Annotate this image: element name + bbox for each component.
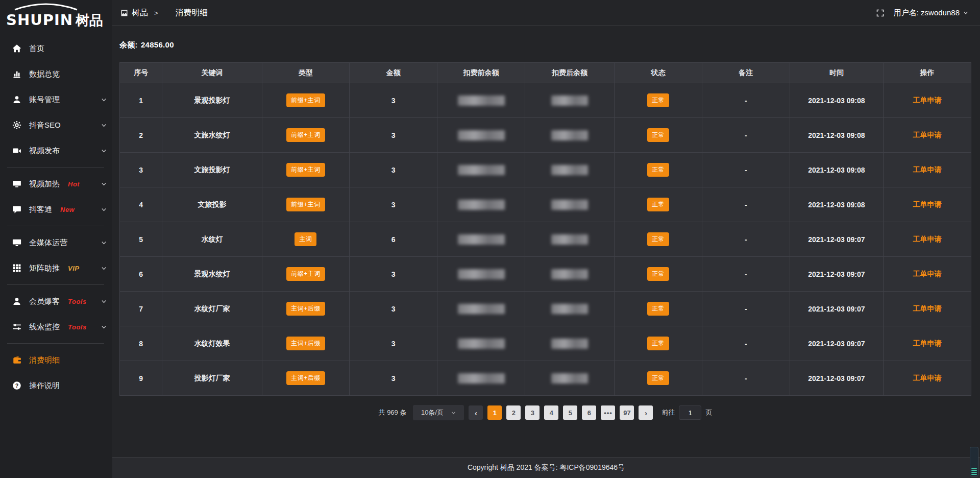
page-button-6[interactable]: 6 [582, 405, 596, 420]
sidebar-item-screen-5[interactable]: 视频加热 Hot [0, 171, 112, 197]
cell-remark: - [702, 326, 790, 361]
cell-time: 2021-12-03 09:07 [790, 326, 883, 361]
cell-balance-before [437, 153, 525, 187]
status-badge: 正常 [647, 337, 669, 350]
cell-balance-before [437, 326, 525, 361]
column-header: 操作 [884, 63, 971, 83]
column-header: 时间 [790, 63, 883, 83]
table-row: 4 文旅投影 前缀+主词 3 正常 - 2021-12-03 09:08 工单申… [120, 187, 971, 222]
status-badge: 正常 [647, 93, 669, 107]
logo-text-en: SHUPIN [6, 13, 73, 28]
cell-time: 2021-12-03 09:08 [790, 153, 883, 187]
grid-icon [12, 264, 21, 273]
breadcrumb-app[interactable]: 树品 [120, 8, 148, 18]
work-order-link[interactable]: 工单申请 [913, 270, 942, 278]
copyright-text: Copyright 树品 2021 备案号: 粤ICP备09019646号 [468, 463, 625, 472]
cell-status: 正常 [615, 292, 702, 326]
cell-type: 主词 [262, 222, 350, 257]
cell-amount: 3 [350, 153, 437, 187]
cell-status: 正常 [615, 222, 702, 257]
cell-balance-before [437, 361, 525, 396]
cell-type: 前缀+主词 [262, 118, 350, 153]
page-ellipsis-button[interactable]: ••• [601, 405, 615, 420]
page-button-4[interactable]: 4 [544, 405, 558, 420]
cell-time: 2021-12-03 09:07 [790, 292, 883, 326]
goto-suffix: 页 [705, 408, 712, 417]
table-row: 6 景观水纹灯 前缀+主词 3 正常 - 2021-12-03 09:07 工单… [120, 257, 971, 292]
sidebar-item-user-9[interactable]: 会员爆客 Tools [0, 289, 112, 314]
page-button-1[interactable]: 1 [487, 405, 502, 420]
total-count: 共 969 条 [379, 408, 407, 417]
cell-action: 工单申请 [884, 292, 971, 326]
sidebar-item-question-12[interactable]: ? 操作说明 [0, 373, 112, 398]
cell-balance-after [525, 257, 614, 292]
breadcrumb-current[interactable]: 消费明细 [164, 8, 208, 18]
table-header-row: 序号关键词类型金额扣费前余额扣费后余额状态备注时间操作 [120, 63, 971, 83]
page-button-5[interactable]: 5 [563, 405, 577, 420]
sidebar-item-tag: New [60, 206, 75, 213]
sidebar-item-label: 操作说明 [29, 381, 60, 391]
sidebar-item-grid-8[interactable]: 矩阵助推 VIP [0, 255, 112, 281]
cell-remark: - [702, 292, 790, 326]
chevron-down-icon [101, 240, 107, 246]
cell-action: 工单申请 [884, 83, 971, 118]
breadcrumb-current-label: 消费明细 [176, 8, 208, 18]
cell-keyword: 文旅水纹灯 [162, 118, 262, 153]
chat-icon [12, 205, 21, 214]
page-button-3[interactable]: 3 [525, 405, 540, 420]
sidebar-item-sliders-10[interactable]: 线索监控 Tools [0, 314, 112, 340]
cell-time: 2021-12-03 09:08 [790, 118, 883, 153]
page-size-select[interactable]: 10条/页 [413, 405, 464, 420]
sidebar-item-gear-3[interactable]: 抖音SEO [0, 112, 112, 138]
work-order-link[interactable]: 工单申请 [913, 304, 942, 313]
sidebar-item-chart-1[interactable]: 数据总览 [0, 61, 112, 87]
sidebar-item-label: 全媒体运营 [29, 238, 67, 248]
cell-keyword: 水纹灯厂家 [162, 292, 262, 326]
cell-index: 4 [120, 187, 162, 222]
redacted-value [551, 304, 588, 314]
sidebar-item-chat-6[interactable]: 抖客通 New [0, 197, 112, 222]
prev-page-button[interactable]: ‹ [469, 405, 483, 420]
cell-balance-after [525, 187, 614, 222]
redacted-value [458, 269, 505, 279]
cell-remark: - [702, 257, 790, 292]
sidebar-item-monitor-7[interactable]: 全媒体运营 [0, 230, 112, 255]
sidebar-item-video-4[interactable]: 视频发布 [0, 138, 112, 163]
sidebar: SHUPIN 树品 首页 数据总览 账号管理 抖音SEO 视频发布 视频加热 H… [0, 0, 112, 478]
cell-balance-after [525, 153, 614, 187]
work-order-link[interactable]: 工单申请 [913, 200, 942, 208]
type-badge: 前缀+主词 [286, 93, 325, 107]
sidebar-item-home-0[interactable]: 首页 [0, 36, 112, 61]
column-header: 扣费后余额 [525, 63, 614, 83]
table-row: 2 文旅水纹灯 前缀+主词 3 正常 - 2021-12-03 09:08 工单… [120, 118, 971, 153]
page-button-2[interactable]: 2 [506, 405, 521, 420]
goto-page-input[interactable] [679, 405, 701, 420]
work-order-link[interactable]: 工单申请 [913, 131, 942, 139]
next-page-button[interactable]: › [639, 405, 653, 420]
redacted-value [551, 269, 588, 279]
column-header: 扣费前余额 [437, 63, 525, 83]
cell-balance-after [525, 222, 614, 257]
breadcrumb-separator: > [154, 9, 158, 17]
cell-balance-before [437, 118, 525, 153]
table-row: 8 水纹灯效果 主词+后缀 3 正常 - 2021-12-03 09:07 工单… [120, 326, 971, 361]
question-icon: ? [12, 381, 21, 390]
cell-action: 工单申请 [884, 361, 971, 396]
redacted-value [551, 234, 588, 245]
chevron-down-icon [101, 298, 107, 305]
work-order-link[interactable]: 工单申请 [913, 165, 942, 174]
app-icon [120, 9, 128, 17]
work-order-link[interactable]: 工单申请 [913, 96, 942, 104]
user-menu[interactable]: 用户名: zswodun88 [894, 8, 969, 18]
page-button-97[interactable]: 97 [620, 405, 634, 420]
cell-remark: - [702, 83, 790, 118]
type-badge: 前缀+主词 [286, 163, 325, 177]
chevron-down-icon [101, 265, 107, 272]
fullscreen-icon[interactable] [876, 9, 885, 17]
sidebar-item-user-2[interactable]: 账号管理 [0, 87, 112, 112]
work-order-link[interactable]: 工单申请 [913, 235, 942, 243]
cell-time: 2021-12-03 09:07 [790, 222, 883, 257]
work-order-link[interactable]: 工单申请 [913, 374, 942, 382]
work-order-link[interactable]: 工单申请 [913, 339, 942, 347]
sidebar-item-wallet-11[interactable]: 消费明细 [0, 347, 112, 373]
